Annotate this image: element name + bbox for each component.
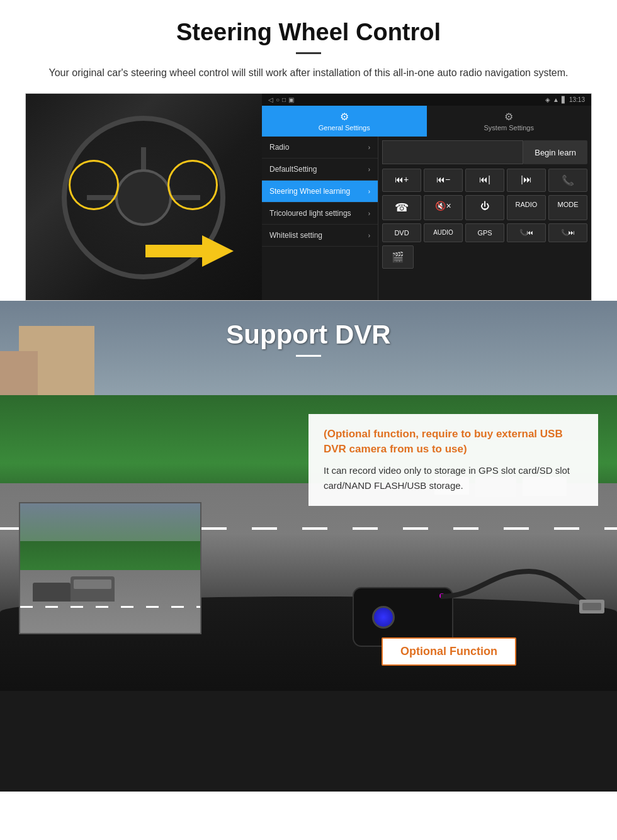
thumb-dash-line [20,606,200,608]
steering-wheel-image [26,94,262,301]
mode-button[interactable]: MODE [548,195,587,220]
control-row-3: DVD AUDIO GPS 📞⏮ 📞⏭ [382,223,587,242]
right-button-highlight [167,160,218,210]
time-display: 13:13 [569,96,585,103]
optional-function-container: Optional Function [382,637,516,666]
svg-marker-0 [145,235,234,267]
begin-learn-button[interactable]: Begin learn [523,140,587,164]
back-icon: ◁ [268,96,273,103]
dvd-button[interactable]: DVD [382,223,421,242]
dvr-optional-text: (Optional function, require to buy exter… [324,427,583,457]
settings-gear-icon: ⚙ [340,111,349,123]
hang-up-button[interactable]: ☎ [382,195,421,220]
status-nav-icons: ◁ ○ □ ▣ [268,96,294,103]
menu-default-label: DefaultSetting [269,165,317,174]
android-content-area: Radio › DefaultSetting › Steering Wheel … [262,137,591,300]
media-button[interactable]: 🎬 [382,245,414,269]
chevron-right-icon: › [368,166,370,173]
dvr-desc-text: It can record video only to storage in G… [324,463,583,493]
control-row-1: ⏮+ ⏮− ⏮| |⏭ 📞 [382,169,587,192]
menu-item-default-setting[interactable]: DefaultSetting › [262,159,378,181]
menu-tricolour-label: Tricoloured light settings [269,209,351,218]
dvr-heading: Support DVR [0,320,617,350]
page-title: Steering Wheel Control [25,19,592,46]
svg-rect-2 [582,603,601,610]
chevron-right-icon: › [368,144,370,151]
prev-button[interactable]: ⏮| [465,169,504,192]
chevron-right-icon: › [368,210,370,217]
tab-general-settings[interactable]: ⚙ General Settings [262,106,427,137]
menu-item-steering-wheel[interactable]: Steering Wheel learning › [262,181,378,203]
section-dvr: Support DVR (Optional function, require … [0,301,617,792]
system-gear-icon: ⚙ [504,111,513,123]
menu-item-whitelist[interactable]: Whitelist setting › [262,225,378,247]
control-row-2: ☎ 🔇× ⏻ RADIO MODE [382,195,587,220]
android-ui-panel: ◁ ○ □ ▣ ◈ ▲ ▋ 13:13 ⚙ General Settings [262,94,591,300]
dvr-title-divider [296,355,321,357]
section-steering-wheel: Steering Wheel Control Your original car… [0,0,617,301]
mute-button[interactable]: 🔇× [424,195,463,220]
android-status-bar: ◁ ○ □ ▣ ◈ ▲ ▋ 13:13 [262,94,591,106]
android-controls-panel: Begin learn ⏮+ ⏮− ⏮| |⏭ 📞 ☎ 🔇× ⏻ RADIO [378,137,591,300]
usb-cable-svg [441,559,604,641]
menu-radio-label: Radio [269,143,289,152]
dvr-title-area: Support DVR [0,320,617,357]
tab-system-label: System Settings [484,124,534,132]
optional-function-button[interactable]: Optional Function [382,637,516,666]
menu-whitelist-label: Whitelist setting [269,231,322,240]
phone-prev-button[interactable]: 📞⏮ [507,223,546,242]
wheel-hub [115,169,172,226]
signal-icon: ▋ [562,96,567,103]
wifi-icon: ▲ [553,96,559,103]
control-row-4: 🎬 [382,245,587,269]
radio-button[interactable]: RADIO [507,195,546,220]
chevron-right-icon: › [368,232,370,239]
camera-lens [372,606,395,629]
phone-next-button[interactable]: 📞⏭ [548,223,587,242]
tab-general-label: General Settings [319,124,370,132]
empty-input-field [382,140,523,164]
recents-icon: □ [282,96,286,103]
dvr-info-card: (Optional function, require to buy exter… [308,414,598,506]
android-menu: Radio › DefaultSetting › Steering Wheel … [262,137,378,300]
power-button[interactable]: ⏻ [465,195,504,220]
phone-button[interactable]: 📞 [548,169,587,192]
tab-system-settings[interactable]: ⚙ System Settings [427,106,592,137]
home-icon: ○ [276,96,280,103]
status-right-icons: ◈ ▲ ▋ 13:13 [545,96,585,103]
screenshot-icon: ▣ [288,96,294,103]
begin-learn-row: Begin learn [382,140,587,164]
next-button[interactable]: |⏭ [507,169,546,192]
section-subtitle: Your original car's steering wheel contr… [25,65,592,81]
dvr-thumbnail-image [19,502,201,634]
vol-up-button[interactable]: ⏮+ [382,169,421,192]
arrow-icon [145,232,234,270]
left-button-highlight [69,160,119,210]
thumb-car [33,583,71,602]
vol-down-button[interactable]: ⏮− [424,169,463,192]
ui-panel: ◁ ○ □ ▣ ◈ ▲ ▋ 13:13 ⚙ General Settings [25,93,592,301]
thumbnail-inner [20,503,200,633]
title-divider [296,52,321,54]
thumb-suv [71,576,115,602]
audio-button[interactable]: AUDIO [424,223,463,242]
menu-steering-label: Steering Wheel learning [269,187,350,196]
android-top-tabs: ⚙ General Settings ⚙ System Settings [262,106,591,137]
gps-button[interactable]: GPS [465,223,504,242]
location-icon: ◈ [545,96,550,103]
menu-item-tricoloured[interactable]: Tricoloured light settings › [262,203,378,225]
menu-item-radio[interactable]: Radio › [262,137,378,159]
chevron-right-icon: › [368,188,370,195]
